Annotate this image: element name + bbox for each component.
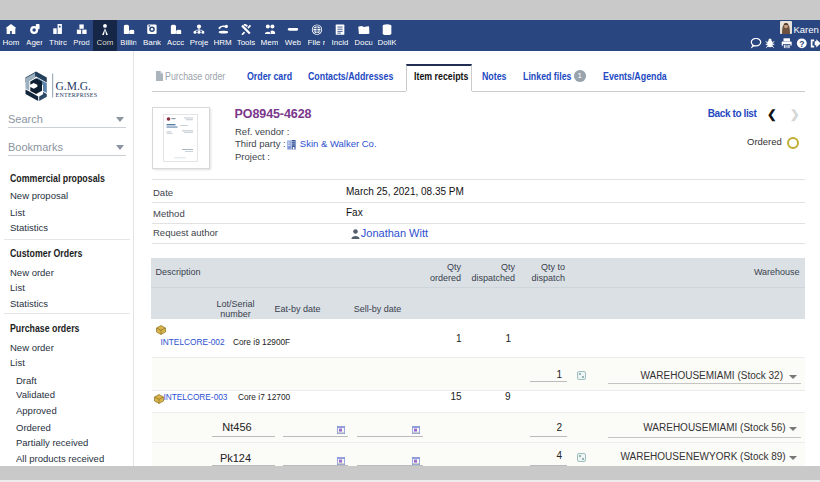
svg-text:ENTERPRISES: ENTERPRISES (56, 92, 98, 98)
svg-text:?: ? (799, 38, 804, 48)
svg-text:G.M.G.: G.M.G. (56, 80, 92, 92)
